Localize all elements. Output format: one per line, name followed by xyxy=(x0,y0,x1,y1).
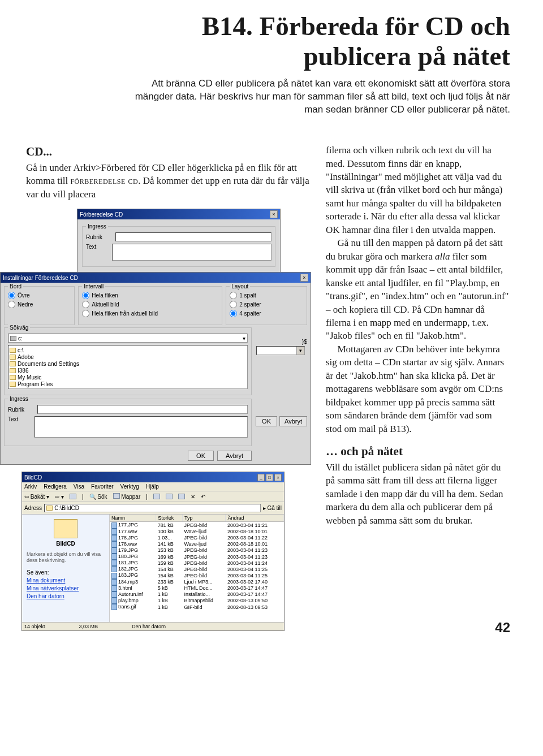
intro-paragraph: Att bränna CD eller publicera på nätet k… xyxy=(128,77,510,116)
status-size: 3,03 MB xyxy=(79,624,98,629)
ok-button-outer[interactable]: OK xyxy=(256,416,277,426)
radio-2-spalter[interactable] xyxy=(230,301,237,308)
radio-hela-fran-aktuell[interactable] xyxy=(82,310,89,317)
table-row[interactable]: 177.wav100 kBWave-ljud2002-08-18 10:01 xyxy=(110,529,284,535)
window-title: BildCD xyxy=(24,474,42,481)
radio-ovre[interactable] xyxy=(8,292,15,299)
column-header[interactable]: Typ xyxy=(182,515,226,522)
folder-item[interactable]: Adobe xyxy=(10,354,246,360)
move-icon[interactable] xyxy=(166,494,173,499)
page-title: B14. Förbereda för CD och publicera på n… xyxy=(26,11,510,71)
radio-4-spalter[interactable] xyxy=(230,310,237,317)
label-rubrik: Rubrik xyxy=(8,407,33,413)
column-header[interactable]: Ändrad xyxy=(226,515,284,522)
window-forberedelse-cd: Förberedelse CD × Rubrik Text xyxy=(77,209,281,274)
table-row[interactable]: 179.JPG153 kBJPEG-bild2003-03-04 11:23 xyxy=(110,547,284,554)
delete-icon[interactable]: ✕ xyxy=(191,494,195,500)
side-panel: BildCD Markera ett objekt om du vill vis… xyxy=(22,515,110,622)
table-row[interactable]: 184.mp3233 kBLjud i MP3...2003-03-02 17:… xyxy=(110,579,284,585)
input-rubrik[interactable] xyxy=(115,232,272,241)
up-icon[interactable] xyxy=(70,494,76,499)
side-title: BildCD xyxy=(27,541,105,547)
window-explorer: BildCD _ □ × ArkivRedigeraVisaFavoriterV… xyxy=(21,472,285,631)
window-title: Installningar Förberedelse CD xyxy=(3,275,78,281)
page-number: 42 xyxy=(495,620,510,636)
status-loc: Den här datorn xyxy=(132,624,166,629)
column-header[interactable]: Storlek xyxy=(156,515,183,522)
table-row[interactable]: 182.JPG154 kBJPEG-bild2003-03-04 11:25 xyxy=(110,566,284,572)
window-installningar: Installningar Förberedelse CD × Övre Ned… xyxy=(0,272,311,465)
folder-item[interactable]: c:\ xyxy=(10,347,246,353)
folder-icon xyxy=(54,519,77,538)
drive-select[interactable]: c: ▾ xyxy=(8,334,248,343)
right-p4: Vill du istället publicera sidan på näte… xyxy=(326,461,510,527)
avbryt-button-outer[interactable]: Avbryt xyxy=(279,416,307,426)
side-link[interactable]: Mina nätverksplatser xyxy=(27,585,105,591)
folder-item[interactable]: Documents and Settings xyxy=(10,361,246,367)
forward-button[interactable]: ⇨ ▾ xyxy=(55,494,64,500)
radio-aktuell-bild[interactable] xyxy=(82,301,89,308)
textarea-text[interactable] xyxy=(112,244,272,261)
file-list[interactable]: NamnStorlekTypÄndrad 177.JPG781 kBJPEG-b… xyxy=(110,515,284,622)
table-row[interactable]: Autorun.inf1 kBInstallatio...2003-03-17 … xyxy=(110,591,284,598)
minimize-icon[interactable]: _ xyxy=(257,474,265,481)
side-link[interactable]: Den här datorn xyxy=(27,593,105,599)
table-row[interactable]: 178.wav141 kBWave-ljud2002-08-18 10:01 xyxy=(110,541,284,547)
folder-list[interactable]: c:\AdobeDocuments and SettingsI386My Mus… xyxy=(8,345,248,389)
undo-icon[interactable]: ↶ xyxy=(201,494,205,500)
dropdown[interactable]: ▾ xyxy=(256,346,305,355)
table-row[interactable]: 183.JPG154 kBJPEG-bild2003-03-04 11:25 xyxy=(110,572,284,578)
right-p3: Mottagaren av CDn behöver inte bekymra s… xyxy=(326,343,510,435)
menu-item[interactable]: Arkiv xyxy=(24,483,37,490)
avbryt-button[interactable]: Avbryt xyxy=(217,451,252,461)
copy-icon[interactable] xyxy=(178,494,185,499)
history-icon[interactable] xyxy=(153,494,160,499)
right-p2: Gå nu till den mappen på datorn på det s… xyxy=(326,236,510,343)
search-button[interactable]: 🔍 Sök xyxy=(89,494,107,500)
status-count: 14 objekt xyxy=(24,624,45,629)
see-also-label: Se även: xyxy=(27,569,105,576)
folder-item[interactable]: I386 xyxy=(10,368,246,374)
window-title: Förberedelse CD xyxy=(80,211,123,218)
menu-item[interactable]: Favoriter xyxy=(91,483,113,490)
radio-1-spalt[interactable] xyxy=(230,292,237,299)
folders-button[interactable]: Mappar xyxy=(113,493,141,500)
ok-button[interactable]: OK xyxy=(188,451,214,461)
table-row[interactable]: 3.html5 kBHTML Doc...2003-03-17 14:47 xyxy=(110,585,284,591)
back-button[interactable]: ⇦ Bakåt ▾ xyxy=(24,494,49,500)
folder-item[interactable]: Program Files xyxy=(10,381,246,387)
side-link[interactable]: Mina dokument xyxy=(27,577,105,584)
table-row[interactable]: 180.JPG169 kBJPEG-bild2003-03-04 11:23 xyxy=(110,554,284,560)
menu-item[interactable]: Redigera xyxy=(44,483,67,490)
label-rubrik: Rubrik xyxy=(86,234,111,240)
menu-item[interactable]: Verktyg xyxy=(120,483,139,490)
table-row[interactable]: 181.JPG159 kBJPEG-bild2003-03-04 11:24 xyxy=(110,560,284,566)
menu-item[interactable]: Visa xyxy=(74,483,84,490)
close-icon[interactable]: × xyxy=(300,274,308,282)
close-icon[interactable]: × xyxy=(274,474,282,481)
radio-hela-fliken[interactable] xyxy=(82,292,89,299)
table-row[interactable]: play.bmp1 kBBitmappsbild2002-08-13 09:50 xyxy=(110,598,284,604)
go-button[interactable]: ▸ Gå till xyxy=(263,505,282,511)
table-row[interactable]: trans.gif1 kBGIF-bild2002-08-13 09:53 xyxy=(110,604,284,610)
section-heading-natet: … och på nätet xyxy=(326,443,510,460)
textarea-text[interactable] xyxy=(35,416,248,438)
menu-item[interactable]: Hjälp xyxy=(146,483,159,490)
right-p1: filerna och vilken rubrik och text du vi… xyxy=(326,144,510,236)
column-header[interactable]: Namn xyxy=(110,515,156,522)
folder-item[interactable]: My Music xyxy=(10,374,246,381)
input-rubrik[interactable] xyxy=(37,405,248,414)
section-heading-cd: CD... xyxy=(26,144,311,160)
radio-nedre[interactable] xyxy=(8,301,15,308)
label-text: Text xyxy=(86,244,107,250)
address-label: Adress xyxy=(24,505,42,511)
address-input[interactable]: C:\BildCD xyxy=(44,504,261,512)
label-text: Text xyxy=(8,416,30,422)
table-row[interactable]: 177.JPG781 kBJPEG-bild2003-03-04 11:21 xyxy=(110,522,284,529)
close-icon[interactable]: × xyxy=(270,210,278,218)
maximize-icon[interactable]: □ xyxy=(266,474,273,481)
table-row[interactable]: 178.JPG1 03...JPEG-bild2003-03-04 11:22 xyxy=(110,535,284,541)
folder-item[interactable]: temp xyxy=(10,388,246,389)
left-paragraph: Gå in under Arkiv>Förbered för CD eller … xyxy=(26,161,311,201)
side-desc: Markera ett objekt om du vill visa dess … xyxy=(27,551,105,564)
